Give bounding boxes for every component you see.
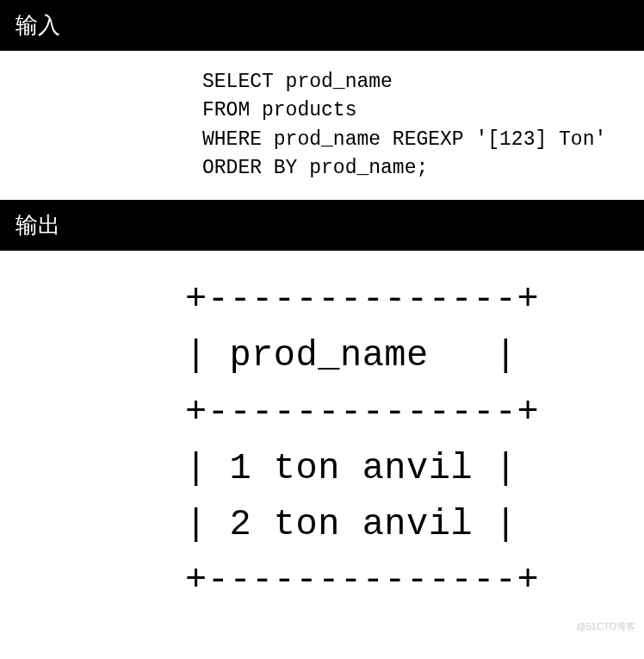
result-border-mid: +--------------+ (185, 392, 539, 433)
output-header: 输出 (0, 200, 644, 251)
sql-code-block: SELECT prod_name FROM products WHERE pro… (0, 51, 644, 200)
output-header-text: 输出 (15, 212, 60, 238)
result-border-bot: +--------------+ (185, 560, 539, 601)
sql-line-4: ORDER BY prod_name; (202, 157, 428, 179)
result-row-1: | 1 ton anvil | (185, 448, 517, 489)
sql-line-2: FROM products (202, 99, 356, 121)
result-row-2: | 2 ton anvil | (185, 504, 517, 545)
input-header: 输入 (0, 0, 644, 51)
result-border-top: +--------------+ (185, 279, 539, 320)
result-header-row: | prod_name | (185, 335, 517, 376)
sql-line-3: WHERE prod_name REGEXP '[123] Ton' (202, 128, 606, 151)
input-header-text: 输入 (15, 12, 60, 38)
sql-line-1: SELECT prod_name (202, 71, 393, 93)
result-table-block: +--------------+ | prod_name | +--------… (0, 251, 644, 609)
